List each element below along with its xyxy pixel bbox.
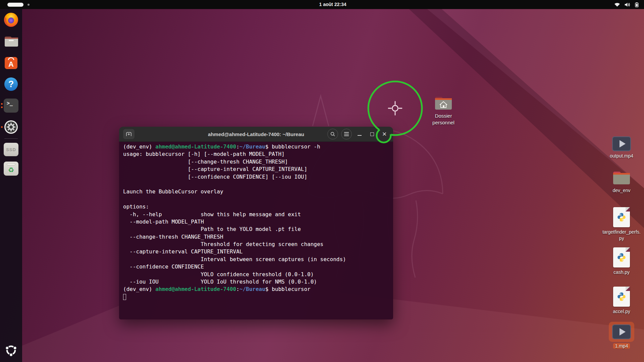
terminal-line <box>123 293 393 301</box>
dock: A ? >_ <box>0 9 22 362</box>
desktop-screen: 1 août 22:34 <box>0 0 644 362</box>
close-icon: ✕ <box>382 131 387 137</box>
python-file-icon <box>613 287 630 307</box>
python-file-icon <box>613 247 630 267</box>
dock-item-terminal[interactable]: >_ <box>0 95 22 116</box>
svg-text:A: A <box>8 60 14 68</box>
home-folder-icon <box>434 95 453 111</box>
window-title: ahmed@ahmed-Latitude-7400: ~/Bureau <box>208 131 304 137</box>
workspace-dot[interactable] <box>28 4 30 6</box>
volume-icon <box>624 2 631 7</box>
desktop-icon-label: targetfinder_perfs.py <box>601 229 642 242</box>
system-status-area[interactable] <box>614 0 639 9</box>
desktop-icon-targetfinder-perfs-py[interactable]: targetfinder_perfs.py <box>601 207 642 242</box>
desktop-icon-label: cash.py <box>613 269 630 276</box>
terminal-line: Threshold for detecting screen changes <box>123 241 393 248</box>
terminal-line: -h, --help show this help message and ex… <box>123 211 393 218</box>
svg-text:?: ? <box>8 79 14 89</box>
terminal-titlebar[interactable]: ahmed@ahmed-Latitude-7400: ~/Bureau ✕ <box>119 127 393 142</box>
desktop-icon-cash-py[interactable]: cash.py <box>601 247 642 276</box>
firefox-icon <box>3 12 19 27</box>
terminal-line: --model-path MODEL_PATH <box>123 218 393 226</box>
terminal-line: --confidence CONFIDENCE <box>123 263 393 270</box>
terminal-cursor <box>123 294 126 300</box>
software-store-icon: A <box>3 55 19 70</box>
battery-icon <box>634 2 639 7</box>
clock[interactable]: 1 août 22:34 <box>319 0 346 9</box>
terminal-line <box>123 196 393 203</box>
desktop-icon-label: output.mp4 <box>610 153 633 159</box>
files-icon <box>3 35 19 48</box>
menu-button[interactable] <box>341 129 352 139</box>
terminal-line: --capture-interval CAPTURE_INTERVAL <box>123 248 393 255</box>
terminal-line: [--capture-interval CAPTURE_INTERVAL] <box>123 166 393 173</box>
desktop-icon-1-mp4[interactable]: 1.mp4 <box>601 322 642 349</box>
terminal-icon: >_ <box>4 99 18 113</box>
search-icon <box>330 131 335 137</box>
terminal-window: ahmed@ahmed-Latitude-7400: ~/Bureau ✕ (d… <box>119 127 393 319</box>
folder-icon <box>612 170 631 186</box>
terminal-output[interactable]: (dev_env) ahmed@ahmed-Latitude-7400:~/Bu… <box>119 142 393 319</box>
desktop-icon-label: Dossier personnel <box>423 113 464 126</box>
desktop-icon-output-mp4[interactable]: output.mp4 <box>601 136 642 159</box>
terminal-line: (dev_env) ahmed@ahmed-Latitude-7400:~/Bu… <box>123 143 393 150</box>
video-file-icon <box>612 324 631 339</box>
terminal-line: usage: bubblecursor [-h] [--model-path M… <box>123 150 393 158</box>
terminal-line <box>123 181 393 188</box>
terminal-line: --iou IOU YOLO IoU threshold for NMS (0.… <box>123 278 393 286</box>
activities-indicator[interactable] <box>7 3 23 7</box>
terminal-line: [--confidence CONFIDENCE] [--iou IOU] <box>123 173 393 181</box>
running-indicator <box>1 103 3 108</box>
dock-separator <box>4 138 18 139</box>
desktop-icon-dev-env[interactable]: dev_env <box>601 170 642 194</box>
terminal-line: Path to the YOLO model .pt file <box>123 226 393 233</box>
running-indicator <box>1 126 3 128</box>
new-tab-button[interactable] <box>123 129 135 139</box>
help-icon: ? <box>3 76 19 92</box>
python-file-icon <box>613 207 630 227</box>
desktop-icon-label: 1.mp4 <box>613 343 630 349</box>
dock-item-files[interactable] <box>0 31 22 52</box>
terminal-line: Launch the BubbleCursor overlay <box>123 188 393 195</box>
dock-item-help[interactable]: ? <box>0 73 22 95</box>
new-tab-icon <box>125 131 132 137</box>
desktop-icon-label: dev_env <box>613 187 631 194</box>
terminal-line: (dev_env) ahmed@ahmed-Latitude-7400:~/Bu… <box>123 286 393 293</box>
minimize-button[interactable] <box>355 129 364 139</box>
ssd-drive-icon: SSD <box>4 143 18 156</box>
settings-gear-icon <box>3 119 19 135</box>
dock-item-show-apps[interactable] <box>0 339 22 362</box>
terminal-line: Interval between screen captures (in sec… <box>123 256 393 263</box>
dock-item-trash[interactable]: ♻ <box>0 159 22 178</box>
selection-highlight <box>609 322 634 342</box>
maximize-button[interactable] <box>367 129 377 139</box>
close-button[interactable]: ✕ <box>380 129 389 139</box>
dock-item-ssd-drive[interactable]: SSD <box>0 140 22 159</box>
ubuntu-logo-icon <box>4 343 18 358</box>
dock-item-settings[interactable] <box>0 116 22 138</box>
desktop-icon-accel-py[interactable]: accel.py <box>601 287 642 315</box>
search-button[interactable] <box>327 129 338 139</box>
maximize-icon <box>370 132 374 136</box>
wifi-icon <box>614 2 621 7</box>
video-file-icon <box>612 136 631 151</box>
dock-item-firefox[interactable] <box>0 9 22 31</box>
top-bar: 1 août 22:34 <box>0 0 644 9</box>
desktop-icon-label: accel.py <box>613 308 630 315</box>
hamburger-icon <box>344 132 349 136</box>
terminal-line: [--change-thresh CHANGE_THRESH] <box>123 158 393 166</box>
terminal-line: YOLO confidence threshold (0.0-1.0) <box>123 271 393 278</box>
trash-icon: ♻ <box>4 162 18 176</box>
minimize-icon <box>358 135 362 136</box>
terminal-line: options: <box>123 203 393 210</box>
desktop-icon-home-folder[interactable]: Dossier personnel <box>423 95 464 126</box>
dock-item-software[interactable]: A <box>0 52 22 73</box>
terminal-line: --change-thresh CHANGE_THRESH <box>123 233 393 241</box>
